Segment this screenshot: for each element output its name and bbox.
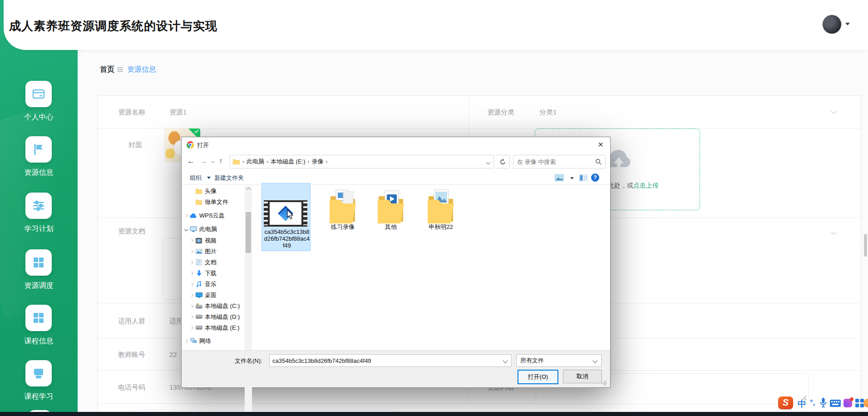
teacher-account-value[interactable]: 22	[169, 351, 177, 358]
chevron-down-icon[interactable]	[503, 358, 508, 363]
breadcrumb-home[interactable]: 首页	[100, 65, 114, 74]
open-file-dialog: 打开 × ← → ↑ › 此电脑 › 本地磁盘 (E:) › 录像 › 在 录像…	[181, 137, 611, 388]
filename-value: ca354b5c3c13b8d26fb742bf88ac4f49	[272, 357, 371, 364]
file-item-video[interactable]: ca354b5c3c13b8d26fb742bf88ac4f49	[264, 200, 310, 249]
drive-icon	[196, 315, 202, 319]
dialog-address-row: ← → ↑ › 此电脑 › 本地磁盘 (E:) › 录像 › 在 录像 中搜索	[182, 154, 610, 170]
microphone-icon[interactable]	[820, 398, 827, 408]
cancel-button[interactable]: 取消	[563, 370, 602, 383]
tree-item-wps-cloud[interactable]: WPS云盘	[183, 210, 245, 221]
folder-icon	[233, 159, 240, 164]
cover-art	[166, 149, 175, 158]
upload-link[interactable]: 点击上传	[633, 182, 659, 189]
sidebar-item-course-study[interactable]	[25, 360, 52, 386]
avatar-dropdown-caret[interactable]	[845, 23, 850, 25]
open-button[interactable]: 打开(O)	[518, 370, 558, 384]
keyboard-icon[interactable]	[830, 400, 841, 407]
id-card-icon	[32, 87, 45, 101]
folder-open-icon	[330, 186, 356, 223]
sidebar-item-resource-schedule[interactable]	[25, 249, 52, 276]
page-scrollbar-thumb[interactable]	[864, 234, 867, 257]
sidebar-item-label[interactable]: 学习计划	[0, 224, 78, 234]
folder-open-icon	[378, 186, 404, 223]
details-view-icon[interactable]	[579, 174, 588, 181]
tree-scrollbar-thumb[interactable]	[246, 212, 251, 253]
taskbar[interactable]	[0, 412, 868, 416]
teacher-account-label: 教师账号	[118, 351, 145, 359]
sidebar-item-course-info[interactable]	[25, 305, 52, 331]
dialog-resize-grip[interactable]	[602, 381, 607, 386]
sidebar-item-study-plan[interactable]	[25, 193, 52, 219]
address-crumb[interactable]: 本地磁盘 (E:)	[269, 158, 307, 166]
tree-item-documents[interactable]: 文档	[183, 257, 250, 267]
new-folder-button[interactable]: 新建文件夹	[214, 174, 244, 182]
dialog-bottom-bar: 文件名(N): ca354b5c3c13b8d26fb742bf88ac4f49…	[182, 350, 610, 387]
sidebar-item-personal-center[interactable]	[25, 81, 52, 107]
tree-item-drive-e[interactable]: 本地磁盘 (E:)	[183, 322, 250, 333]
tree-item-videos[interactable]: 视频	[183, 235, 250, 246]
tree-item-pictures[interactable]: 图片	[183, 246, 250, 257]
file-item-folder[interactable]: 申秋明22	[416, 186, 466, 230]
sidebar-item-resource-info[interactable]	[25, 136, 52, 163]
tree-item-downloads[interactable]: 下载	[183, 268, 250, 278]
dialog-titlebar[interactable]: 打开 ×	[182, 137, 610, 153]
address-crumb[interactable]: 此电脑	[245, 158, 266, 166]
sidebar-item-label[interactable]: 课程信息	[0, 337, 78, 346]
sidebar-item-label[interactable]: 资源信息	[0, 168, 78, 178]
filename-input[interactable]: ca354b5c3c13b8d26fb742bf88ac4f49	[269, 354, 512, 367]
crumb-arrow: ›	[242, 158, 245, 165]
view-options-caret-icon[interactable]	[570, 177, 574, 179]
ime-menu-grid-icon[interactable]	[855, 399, 864, 407]
close-icon[interactable]: ×	[592, 138, 609, 151]
ime-punctuation-icon[interactable]: °,	[810, 398, 815, 407]
sidebar-item-label[interactable]: 课程学习	[0, 392, 78, 401]
thumbnail-view-icon[interactable]	[555, 174, 564, 181]
back-icon[interactable]: ←	[187, 157, 195, 166]
download-icon	[196, 270, 202, 276]
refresh-icon[interactable]	[496, 155, 510, 168]
breadcrumb-current[interactable]: 资源信息	[127, 65, 156, 74]
resource-name-value[interactable]: 资源1	[169, 108, 187, 117]
scroll-up-icon[interactable]	[247, 188, 251, 192]
forward-icon[interactable]: →	[200, 157, 207, 166]
crumb-arrow: ›	[266, 158, 269, 165]
chrome-icon	[187, 141, 194, 149]
sidebar-item-label[interactable]: 个人中心	[0, 113, 78, 122]
tree-item-desktop[interactable]: 桌面	[183, 290, 250, 300]
search-placeholder: 在 录像 中搜索	[517, 158, 556, 166]
resource-category-value[interactable]: 分类1	[539, 108, 557, 117]
search-input[interactable]: 在 录像 中搜索	[513, 155, 606, 168]
filmstrip-holes	[264, 202, 268, 225]
dialog-title: 打开	[197, 141, 209, 149]
up-icon[interactable]: ↑	[219, 157, 223, 166]
chevron-down-icon[interactable]	[592, 358, 597, 363]
sogou-icon[interactable]: S	[778, 396, 793, 409]
recent-locations-icon[interactable]	[211, 159, 215, 163]
resource-category-label: 资源分类	[487, 108, 514, 117]
tree-item-drive-c[interactable]: 本地磁盘 (C:)	[183, 301, 250, 311]
tree-item-drive-d[interactable]: 本地磁盘 (D:)	[183, 312, 250, 322]
cover-label: 封面	[128, 141, 142, 149]
address-crumb[interactable]: 录像	[311, 158, 325, 166]
ime-language-indicator[interactable]: 中	[798, 398, 806, 410]
row-separator	[98, 128, 860, 129]
desktop-icon	[196, 292, 202, 298]
file-name[interactable]: ca354b5c3c13b8d26fb742bf88ac4f49	[264, 228, 310, 249]
organize-button[interactable]: 组织	[190, 174, 202, 182]
help-icon[interactable]: ?	[591, 173, 599, 182]
search-icon	[595, 158, 602, 165]
tree-item-network[interactable]: 网络	[183, 336, 245, 346]
breadcrumb-separator-icon	[117, 66, 123, 73]
ime-skin-icon[interactable]	[843, 399, 852, 407]
tree-item-this-pc[interactable]: 此电脑	[183, 224, 245, 234]
filetype-dropdown[interactable]: 所有文件	[516, 354, 602, 367]
avatar[interactable]	[823, 15, 841, 34]
tree-item-music[interactable]: 音乐	[183, 279, 250, 289]
address-dropdown-icon[interactable]	[487, 158, 490, 165]
address-bar[interactable]: › 此电脑 › 本地磁盘 (E:) › 录像 ›	[230, 155, 494, 168]
file-item-folder[interactable]: 练习录像	[318, 186, 368, 230]
grid-icon	[32, 312, 45, 324]
phone-label: 电话号码	[118, 383, 145, 392]
sidebar-item-label[interactable]: 资源调度	[0, 281, 78, 291]
file-item-folder[interactable]: 其他	[366, 186, 416, 230]
